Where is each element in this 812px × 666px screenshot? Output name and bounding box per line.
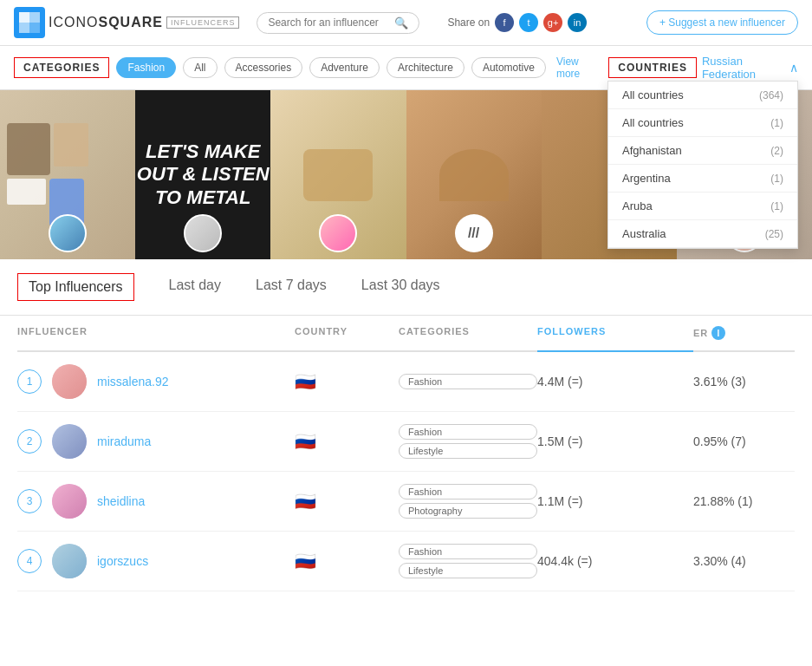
country-flag: 🇷🇺 <box>295 372 316 391</box>
tab-top-influencers[interactable]: Top Influencers <box>17 273 134 301</box>
search-input[interactable] <box>268 16 389 29</box>
rank-badge: 1 <box>17 369 42 394</box>
country-name: Aruba <box>622 199 653 212</box>
category-architecture[interactable]: Architecture <box>387 57 464 78</box>
banner-avatar-1 <box>49 214 87 252</box>
banner-image-1 <box>0 90 135 259</box>
tab-last-30-days[interactable]: Last 30 days <box>361 278 440 297</box>
country-flag: 🇷🇺 <box>295 552 316 571</box>
dropdown-item[interactable]: Australia (25) <box>608 220 797 248</box>
influencer-name[interactable]: miraduma <box>97 434 151 448</box>
table-row: 4 igorszucs 🇷🇺 Fashion Lifestyle 404.4k … <box>17 532 795 591</box>
followers-cell: 1.1M (=) <box>537 494 693 508</box>
svg-marker-1 <box>19 12 29 23</box>
selected-country[interactable]: Russian Federation <box>702 55 784 81</box>
country-name: All countries <box>622 116 684 129</box>
category-tag: Fashion <box>399 374 537 389</box>
social-icons: f t g+ in <box>495 13 587 32</box>
table-header: INFLUENCER COUNTRY CATEGORIES FOLLOWERS … <box>17 316 795 352</box>
dropdown-item[interactable]: Aruba (1) <box>608 193 797 220</box>
country-count: (1) <box>770 117 783 129</box>
suggest-button[interactable]: + Suggest a new influencer <box>646 10 798 35</box>
followers-cell: 4.4M (=) <box>537 375 693 388</box>
th-country: COUNTRY <box>295 326 399 340</box>
dropdown-item[interactable]: Argentina (1) <box>608 165 797 193</box>
influencer-cell: 3 sheidlina <box>17 484 295 519</box>
banner-image-2: LET'S MAKE OUT & LISTEN TO METAL <box>135 90 270 259</box>
country-cell: 🇷🇺 <box>295 431 399 452</box>
country-name: Australia <box>622 227 666 240</box>
category-adventure[interactable]: Adventure <box>309 57 380 78</box>
category-automotive[interactable]: Automotive <box>471 57 546 78</box>
influencer-name[interactable]: igorszucs <box>97 554 148 568</box>
tab-last-7-days[interactable]: Last 7 days <box>256 278 327 297</box>
search-icon: 🔍 <box>394 16 408 29</box>
influencers-badge: INFLUENCERS <box>166 16 240 29</box>
googleplus-icon[interactable]: g+ <box>543 13 562 32</box>
er-cell: 3.61% (3) <box>693 375 812 388</box>
country-name: Argentina <box>622 172 671 185</box>
category-accessories[interactable]: Accessories <box>224 57 303 78</box>
category-all[interactable]: All <box>183 57 217 78</box>
th-categories: CATEGORIES <box>399 326 537 340</box>
categories-cell: Fashion Lifestyle <box>399 544 537 578</box>
influencer-cell: 2 miraduma <box>17 424 295 459</box>
country-count: (2) <box>770 145 783 157</box>
category-tag: Fashion <box>399 544 537 559</box>
country-flag: 🇷🇺 <box>295 492 316 511</box>
influencer-avatar <box>52 424 87 459</box>
pause-icon[interactable]: /// <box>455 214 493 252</box>
rank-badge: 4 <box>17 549 42 573</box>
countries-label[interactable]: COUNTRIES <box>608 57 697 78</box>
search-box[interactable]: 🔍 <box>257 12 419 34</box>
influencer-name[interactable]: missalena.92 <box>97 375 169 388</box>
svg-marker-3 <box>19 23 29 33</box>
view-more-link[interactable]: View more <box>556 56 601 80</box>
banner-text: LET'S MAKE OUT & LISTEN TO METAL <box>135 140 270 209</box>
linkedin-icon[interactable]: in <box>568 13 587 32</box>
er-cell: 0.95% (7) <box>693 434 812 448</box>
logo-text: ICONOSQUARE <box>49 15 163 30</box>
influencer-cell: 4 igorszucs <box>17 544 295 578</box>
country-flag: 🇷🇺 <box>295 432 316 451</box>
th-er: ER i <box>693 326 812 340</box>
logo-icon <box>14 7 45 38</box>
category-tag: Fashion <box>399 424 537 440</box>
category-bar: CATEGORIES Fashion All Accessories Adven… <box>0 46 812 90</box>
country-cell: 🇷🇺 <box>295 371 399 392</box>
country-cell: 🇷🇺 <box>295 551 399 571</box>
dropdown-item[interactable]: Afghanistan (2) <box>608 137 797 165</box>
facebook-icon[interactable]: f <box>495 13 514 32</box>
tab-last-day[interactable]: Last day <box>169 278 221 297</box>
country-cell: 🇷🇺 <box>295 491 399 512</box>
rank-badge: 3 <box>17 489 42 513</box>
influencer-avatar <box>52 364 87 399</box>
th-followers[interactable]: FOLLOWERS <box>537 326 693 352</box>
categories-cell: Fashion Photography <box>399 484 537 519</box>
share-label: Share on <box>447 16 490 29</box>
dropdown-item[interactable]: All countries (364) <box>608 82 797 109</box>
categories-cell: Fashion Lifestyle <box>399 424 537 459</box>
country-name: All countries <box>622 88 684 101</box>
chevron-up-icon[interactable]: ∧ <box>789 61 798 75</box>
influencer-name[interactable]: sheidlina <box>97 494 145 508</box>
rank-badge: 2 <box>17 429 42 454</box>
banner-image-3 <box>270 90 406 259</box>
dropdown-item[interactable]: All countries (1) <box>608 109 797 137</box>
influencer-avatar <box>52 544 87 578</box>
category-fashion[interactable]: Fashion <box>116 57 176 78</box>
category-tag: Lifestyle <box>399 443 537 459</box>
twitter-icon[interactable]: t <box>519 13 538 32</box>
followers-cell: 404.4k (=) <box>537 554 693 568</box>
influencer-cell: 1 missalena.92 <box>17 364 295 399</box>
category-tag: Lifestyle <box>399 563 537 578</box>
er-info-icon[interactable]: i <box>711 326 725 340</box>
country-name: Afghanistan <box>622 144 682 157</box>
banner-avatar-3 <box>319 214 357 252</box>
country-count: (364) <box>759 89 783 101</box>
share-area: Share on f t g+ in <box>447 13 587 32</box>
banner-avatar-2 <box>184 214 222 252</box>
svg-marker-2 <box>29 12 40 23</box>
countries-dropdown: All countries (364) All countries (1) Af… <box>607 81 798 249</box>
th-influencer: INFLUENCER <box>17 326 295 340</box>
